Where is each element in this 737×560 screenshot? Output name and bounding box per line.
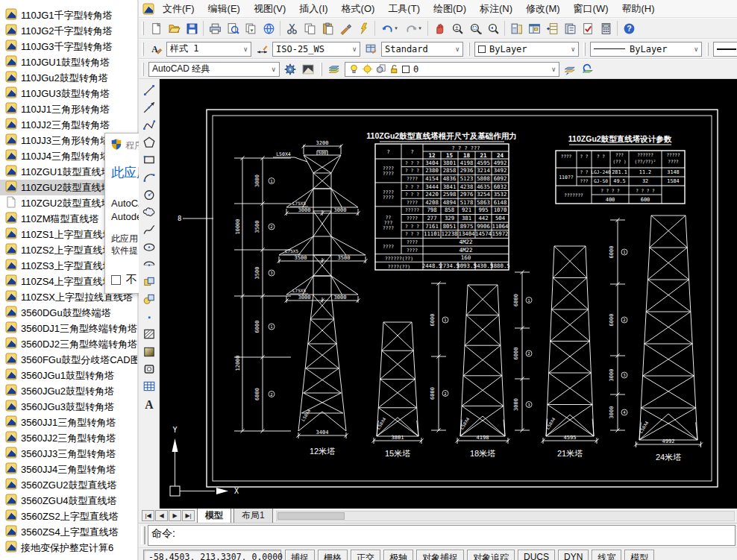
gradient-icon[interactable]: [140, 343, 158, 360]
file-item[interactable]: 110JG1千字型转角塔: [0, 7, 137, 23]
file-item[interactable]: 3560FGu鼓型分歧塔CAD图: [0, 352, 137, 368]
block-editor-icon[interactable]: [354, 19, 372, 37]
table-icon[interactable]: [140, 378, 158, 395]
text-style-icon[interactable]: A: [147, 40, 165, 58]
menu-t[interactable]: 工具(T): [381, 0, 427, 17]
menu-v[interactable]: 视图(V): [247, 0, 292, 17]
open-icon[interactable]: [165, 19, 183, 37]
layer-thaw-sun-icon[interactable]: [362, 63, 373, 75]
designcenter-icon[interactable]: [525, 19, 543, 37]
ellipse-icon[interactable]: [140, 239, 158, 256]
make-block-icon[interactable]: [140, 291, 158, 308]
file-item[interactable]: 接地变保护整定计算6: [0, 540, 137, 556]
status-toggle-线宽[interactable]: 线宽: [592, 550, 621, 560]
menu-h[interactable]: 帮助(H): [615, 0, 662, 17]
menu-w[interactable]: 窗口(W): [567, 0, 615, 17]
point-icon[interactable]: [140, 308, 158, 325]
coordinates-display[interactable]: -58.4503, 213.3307, 0.0000: [143, 550, 281, 560]
status-toggle-捕捉[interactable]: 捕捉: [285, 550, 315, 560]
quickcalc-icon[interactable]: [597, 19, 615, 37]
circle-icon[interactable]: [140, 186, 158, 203]
match-properties-icon[interactable]: [336, 19, 354, 37]
file-item[interactable]: 3560ZS4上字型直线塔: [0, 524, 137, 540]
polyline-icon[interactable]: [140, 116, 158, 133]
tab-layout1[interactable]: 布局1: [233, 508, 273, 523]
status-toggle-模型[interactable]: 模型: [624, 550, 654, 560]
status-toggle-极轴[interactable]: 极轴: [383, 550, 413, 560]
dim-style-combo[interactable]: ISO-25_WS∨: [272, 42, 360, 57]
layer-previous-icon[interactable]: [579, 60, 597, 78]
hatch-icon[interactable]: [140, 325, 158, 342]
tool-palettes-icon[interactable]: [543, 19, 561, 37]
zoom-realtime-icon[interactable]: ±: [448, 19, 466, 37]
layer-properties-icon[interactable]: [325, 60, 343, 78]
file-item[interactable]: 110JG3千字型转角塔: [0, 39, 137, 54]
dim-style-icon[interactable]: [253, 40, 271, 58]
tab-nav-last[interactable]: ▶|: [182, 510, 195, 521]
tab-nav-next[interactable]: ▶: [169, 510, 181, 521]
file-item[interactable]: 3560JGu2鼓型转角塔: [0, 383, 137, 399]
popup-checkbox[interactable]: [111, 275, 121, 285]
file-item[interactable]: 110JG2千字型转角塔: [0, 23, 137, 39]
save-icon[interactable]: [183, 19, 201, 37]
menu-i[interactable]: 插入(I): [292, 0, 334, 17]
sheetset-manager-icon[interactable]: [561, 19, 579, 37]
file-item[interactable]: 3560ZGU2鼓型直线塔: [0, 477, 137, 493]
paste-icon[interactable]: [319, 19, 336, 37]
command-line-grip[interactable]: [141, 526, 145, 544]
new-file-icon[interactable]: [147, 19, 165, 37]
workspace-combo[interactable]: AutoCAD 经典∨: [148, 62, 280, 77]
file-item[interactable]: 3560DJ1三角型终端转角塔: [0, 321, 137, 336]
linetype-combo[interactable]: ByLayer∨: [590, 42, 702, 57]
construction-line-icon[interactable]: [140, 98, 158, 116]
file-item[interactable]: 110JGU1鼓型转角塔: [0, 54, 137, 70]
file-item[interactable]: 3560JJ4三角型转角塔: [0, 462, 137, 477]
undo-icon[interactable]: ▾: [377, 19, 401, 37]
file-item[interactable]: 3560JGu3鼓型转角塔: [0, 399, 137, 415]
file-item[interactable]: 3560JJ1三角型转角塔: [0, 415, 137, 430]
app-icon[interactable]: [142, 3, 154, 15]
horizontal-scrollbar[interactable]: [276, 511, 735, 521]
rectangle-icon[interactable]: [140, 151, 158, 169]
status-toggle-ducs[interactable]: DUCS: [518, 550, 555, 560]
file-item[interactable]: 110JGu2鼓型转角塔: [0, 70, 137, 86]
line-icon[interactable]: [140, 81, 158, 98]
cad-drawing[interactable]: 110ZGu2鼓型直线塔根开尺寸及基础作用力110ZGu2鼓型直线塔设计参数??…: [160, 79, 737, 509]
tab-model[interactable]: 模型: [197, 508, 231, 523]
ellipse-arc-icon[interactable]: [140, 256, 158, 273]
file-item[interactable]: 3560JGu1鼓型转角塔: [0, 368, 137, 383]
layer-plot-icon[interactable]: [375, 63, 386, 75]
lineweight-combo[interactable]: ByL: [713, 42, 737, 57]
menu-e[interactable]: 编辑(E): [201, 0, 247, 17]
zoom-window-icon[interactable]: [466, 19, 484, 37]
menu-f[interactable]: 文件(F): [156, 0, 201, 17]
tab-nav-prev[interactable]: ◀: [155, 510, 168, 521]
scrollbar-thumb[interactable]: [277, 512, 345, 520]
file-item[interactable]: 3560ZS2上字型直线塔: [0, 509, 137, 524]
save-workspace-icon[interactable]: [299, 60, 317, 78]
layer-unlock-icon[interactable]: [389, 63, 400, 75]
help-icon[interactable]: ?: [620, 19, 638, 37]
menu-n[interactable]: 标注(N): [473, 0, 519, 17]
status-toggle-dyn[interactable]: DYN: [558, 550, 589, 560]
insert-block-icon[interactable]: [140, 273, 158, 290]
arc-icon[interactable]: [140, 169, 158, 186]
layer-on-bulb-icon[interactable]: [348, 63, 360, 75]
publish-icon[interactable]: [242, 19, 260, 37]
3d-dwf-icon[interactable]: [260, 19, 277, 37]
menu-o[interactable]: 格式(O): [335, 0, 382, 17]
make-layer-current-icon[interactable]: [561, 60, 579, 78]
plot-icon[interactable]: [206, 19, 224, 37]
command-input[interactable]: 命令:: [148, 525, 736, 546]
table-style-icon[interactable]: [362, 40, 380, 58]
file-item[interactable]: 3560JJ2三角型转角塔: [0, 430, 137, 446]
cut-icon[interactable]: [283, 19, 301, 37]
menu-m[interactable]: 修改(M): [519, 0, 567, 17]
file-item[interactable]: 110JGU3鼓型转角塔: [0, 86, 137, 101]
file-item[interactable]: 110JJ1三角形转角塔: [0, 101, 137, 117]
polygon-icon[interactable]: [140, 133, 158, 151]
file-item[interactable]: 3560JJ3三角型转角塔: [0, 446, 137, 462]
region-icon[interactable]: [140, 360, 158, 377]
markup-manager-icon[interactable]: [579, 19, 597, 37]
status-toggle-正交[interactable]: 正交: [351, 550, 380, 560]
